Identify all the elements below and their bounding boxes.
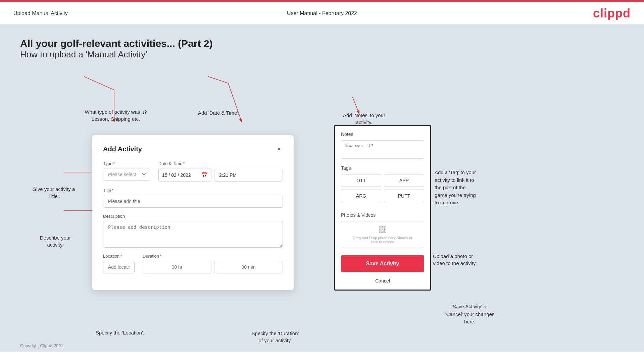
save-activity-button[interactable]: Save Activity	[341, 255, 424, 272]
type-select[interactable]: Please select	[103, 168, 150, 181]
duration-group: Duration*	[143, 254, 283, 273]
type-label: Type*	[103, 161, 150, 166]
description-label: Description	[103, 214, 283, 219]
ann-location: Specify the 'Location'.	[96, 330, 144, 335]
dialog-title: Add Activity	[103, 145, 142, 153]
top-bar: Upload Manual Activity User Manual - Feb…	[0, 2, 644, 24]
right-panel: Add 'Notes' to your activity. Add a 'Tag…	[334, 125, 431, 291]
ann-notes: Add 'Notes' to your activity.	[331, 112, 398, 126]
description-textarea[interactable]	[103, 221, 283, 248]
photo-upload-text: Drag and Drop photos and videos or click…	[353, 236, 412, 244]
duration-hr-input[interactable]	[143, 261, 211, 273]
photo-icon: 🖼	[379, 225, 387, 235]
time-field[interactable]	[214, 169, 283, 182]
notes-section: Notes	[335, 126, 430, 165]
location-input[interactable]	[103, 261, 135, 273]
notes-textarea[interactable]	[341, 140, 424, 159]
footer: Copyright Clippd 2021	[0, 340, 644, 352]
notes-label: Notes	[341, 132, 424, 137]
title-group: Title*	[103, 188, 283, 208]
page-section-label: Upload Manual Activity	[13, 10, 68, 16]
ann-duration: Specify the 'Duration' of your activity.	[238, 330, 312, 344]
datetime-label: Date & Time*	[158, 161, 283, 166]
logo: clippd	[593, 6, 631, 20]
dialog-wrapper: Add Activity × Type* Please select	[92, 135, 294, 290]
title-label: Title*	[103, 188, 283, 193]
tags-label: Tags	[341, 165, 424, 171]
ann-upload: Upload a photo or video to the activity.	[433, 253, 500, 267]
date-field[interactable]	[162, 172, 199, 178]
duration-label: Duration*	[143, 254, 283, 259]
ann-tag: Add a 'Tag' to your activity to link it …	[435, 169, 505, 207]
page-title-block: All your golf-relevant activities... (Pa…	[20, 38, 624, 60]
tag-putt[interactable]: PUTT	[384, 190, 424, 202]
ann-describe: Describe your activity.	[30, 234, 81, 248]
tag-arg[interactable]: ARG	[341, 190, 381, 202]
copyright: Copyright Clippd 2021	[20, 343, 63, 348]
ann-what-type: What type of activity was it? Lesson, Ch…	[82, 108, 149, 122]
manual-title: User Manual - February 2022	[287, 10, 357, 16]
svg-line-3	[208, 76, 228, 83]
phone-mockup: Notes Tags OTT APP ARG PUTT Photos & Vid…	[334, 125, 431, 291]
tag-app[interactable]: APP	[384, 174, 424, 187]
cancel-link[interactable]: Cancel	[335, 275, 430, 287]
page-title-main: All your golf-relevant activities... (Pa…	[20, 38, 624, 49]
type-group: Type* Please select	[103, 161, 150, 182]
location-group: Location*	[103, 254, 135, 273]
ann-give-title: Give your activity a 'Title'.	[27, 186, 81, 200]
svg-line-2	[228, 83, 242, 122]
photos-label: Photos & Videos	[341, 212, 424, 218]
page-title-sub: How to upload a 'Manual Activity'	[20, 49, 624, 60]
date-input[interactable]: 📅	[158, 168, 211, 182]
photos-section: Photos & Videos 🖼 Drag and Drop photos a…	[335, 208, 430, 253]
svg-line-1	[84, 76, 114, 90]
title-input[interactable]	[103, 195, 283, 208]
dialog-header: Add Activity ×	[103, 145, 283, 154]
duration-min-input[interactable]	[214, 261, 283, 273]
description-group: Description	[103, 214, 283, 248]
svg-line-10	[352, 97, 359, 113]
datetime-group: Date & Time* 📅	[158, 161, 283, 182]
photo-dropzone[interactable]: 🖼 Drag and Drop photos and videos or cli…	[341, 221, 424, 248]
ann-save: 'Save Activity' or 'Cancel' your changes…	[431, 303, 508, 326]
tags-section: Tags OTT APP ARG PUTT	[335, 165, 430, 208]
close-button[interactable]: ×	[275, 145, 283, 154]
calendar-icon[interactable]: 📅	[201, 172, 208, 178]
location-label: Location*	[103, 254, 135, 259]
ann-date-time: Add 'Date & Time'.	[198, 110, 239, 116]
main-content: All your golf-relevant activities... (Pa…	[0, 24, 644, 340]
add-activity-dialog: Add Activity × Type* Please select	[92, 135, 294, 290]
tag-ott[interactable]: OTT	[341, 174, 381, 187]
